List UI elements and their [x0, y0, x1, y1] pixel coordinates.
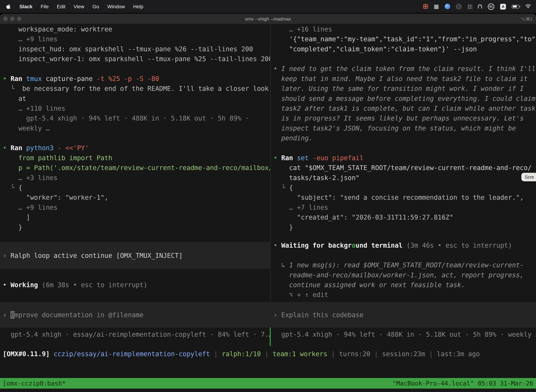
battery-percent-badge[interactable]: 61	[488, 3, 494, 10]
terminal-line: • Ran python3 - <<'PY'	[0, 143, 270, 153]
terminal-line: pending.	[271, 133, 536, 143]
wifi-icon[interactable]	[525, 4, 531, 9]
menu-help[interactable]: Help	[129, 4, 148, 9]
terminal-line: • Waiting for background terminal (3m 46…	[271, 240, 536, 250]
traffic-lights	[3, 14, 21, 24]
right-log: … +16 lines '{"team_name":"my-team","tas…	[271, 24, 536, 232]
terminal-line: … +9 lines	[0, 34, 270, 44]
window-shortcut-hint: ⌥⌘1	[521, 16, 532, 21]
terminal-line: }	[271, 222, 536, 232]
terminal-line: • Ran tmux capture-pane -t %25 -p -S -80	[0, 74, 270, 84]
terminal-line: inspect_worker-1: omx sparkshell --tmux-…	[0, 54, 270, 64]
terminal-line: [OMX#0.11.9] cczip/essay/ai-reimplementa…	[0, 349, 536, 359]
terminal-line: inspect task2's JSON, focusing on the st…	[271, 123, 536, 133]
menu-file[interactable]: File	[37, 4, 53, 9]
close-button[interactable]	[3, 17, 7, 21]
apple-menu-icon[interactable]	[0, 4, 15, 9]
left-log: workspace_mode: worktree … +9 lines insp…	[0, 24, 270, 232]
terminal-line: inspect_hud: omx sparkshell --tmux-pane …	[0, 44, 270, 54]
menu-view[interactable]: View	[69, 4, 88, 9]
tmux-pane-left[interactable]: workspace_mode: worktree … +9 lines insp…	[0, 24, 270, 346]
terminal-line: └ {	[0, 183, 270, 192]
terminal-line: cat "$OMX_TEAM_STATE_ROOT/team/review-cu…	[271, 163, 536, 173]
terminal-line: • Ran set -euo pipefail	[271, 153, 536, 163]
terminal-line: ⌥ + ↑ edit	[271, 290, 536, 300]
terminal-line: '{"team_name":"my-team","task_id":"1","f…	[271, 34, 536, 44]
terminal-line: … +9 lines	[0, 202, 270, 212]
menu-edit[interactable]: Edit	[53, 4, 69, 9]
terminal-line: "created_at": "2026-03-31T11:59:27.816Z"	[271, 212, 536, 222]
terminal-line: keep that in mind. Maybe I also need the…	[271, 74, 536, 84]
zoom-button[interactable]	[17, 17, 21, 21]
window-titlebar[interactable]: omx --xhigh --madmax ⌥⌘1	[0, 14, 536, 24]
terminal-line: at	[0, 93, 270, 103]
battery-icon[interactable]	[512, 5, 519, 8]
terminal-line: gpt-5.4 xhigh · essay/ai-reimplementatio…	[0, 330, 270, 339]
terminal-line: is in progress? It seems likely but perh…	[271, 113, 536, 123]
mailbox-message-note: ↳ 1 new msg(s): read $OMX_TEAM_STATE_ROO…	[271, 260, 536, 300]
input-source-icon[interactable]: A	[500, 4, 506, 9]
menu-go[interactable]: Go	[88, 4, 103, 9]
terminal-line: › Ralph loop active continue [OMX_TMUX_I…	[0, 250, 270, 260]
terminal-line: • Working (6m 38s • esc to interrupt)	[0, 280, 270, 290]
terminal-line: › Improve documentation in @filename	[0, 310, 270, 320]
terminal-line: p = Path('.omx/state/team/review-current…	[0, 163, 270, 173]
tmux-status-bar: [omx-cczip0:bash* "MacBook-Pro-44.local"…	[0, 378, 536, 388]
terminal-line: └ {	[271, 183, 536, 192]
terminal-window: omx --xhigh --madmax ⌥⌘1 workspace_mode:…	[0, 14, 536, 392]
screen-notification[interactable]: Scre	[522, 173, 536, 182]
blue-app-icon[interactable]	[445, 4, 450, 9]
terminal-line: from pathlib import Path	[0, 153, 270, 163]
terminal-line: readme-and-reco/mailbox/worker-1.json, a…	[271, 270, 536, 280]
desktop: Slack File Edit View Go Window Help 61 A	[0, 0, 536, 392]
terminal-line: should send a message before completing …	[271, 93, 536, 103]
menu-bar-status-icons: 61 A	[423, 0, 536, 13]
terminal-line: ↳ 1 new msg(s): read $OMX_TEAM_STATE_ROO…	[271, 260, 536, 270]
prompt-input-right[interactable]: › Explain this codebase	[271, 302, 536, 328]
terminal-line	[271, 143, 536, 153]
working-status: • Working (6m 38s • esc to interrupt)	[0, 280, 270, 290]
battery-level	[513, 5, 517, 8]
terminal-line: "completed","claim_token":"claim-token"}…	[271, 44, 536, 54]
minimize-button[interactable]	[10, 17, 14, 21]
menu-bar: Slack File Edit View Go Window Help 61 A	[0, 0, 536, 13]
terminal-line	[271, 54, 536, 64]
ghost-app-icon[interactable]	[478, 5, 482, 9]
grid-app-icon[interactable]	[434, 4, 439, 9]
omx-status-line: [OMX#0.11.9] cczip/essay/ai-reimplementa…	[0, 349, 536, 359]
terminal-line: › Explain this codebase	[271, 310, 536, 320]
terminal-line: }	[0, 222, 270, 232]
terminal-line: gpt-5.4 xhigh · 94% left · 488K in · 5.1…	[271, 330, 536, 339]
tmux-session-label: [omx-cczip0:bash*	[3, 380, 66, 387]
terminal-line: gpt-5.4 xhigh · 94% left · 488K in · 5.1…	[0, 113, 270, 123]
terminal-line: task2 after task1 is complete, but can I…	[271, 103, 536, 113]
dark-app-icon[interactable]	[456, 4, 461, 9]
tmux-pane-right[interactable]: … +16 lines '{"team_name":"my-team","tas…	[270, 24, 536, 346]
menu-app-name[interactable]: Slack	[15, 4, 36, 9]
menu-window[interactable]: Window	[103, 4, 129, 9]
terminal-line: • I need to get the claim token from the…	[271, 64, 536, 74]
terminal-line: … +3 lines	[0, 173, 270, 183]
terminal-content: workspace_mode: worktree … +9 lines insp…	[0, 24, 536, 392]
screen-recording-indicator-icon[interactable]	[423, 4, 428, 9]
terminal-line: ]	[0, 212, 270, 222]
terminal-line: … +7 lines	[271, 202, 536, 212]
terminal-line: "worker": "worker-1",	[0, 193, 270, 202]
left-model-statusline: gpt-5.4 xhigh · essay/ai-reimplementatio…	[0, 330, 270, 339]
right-model-statusline: gpt-5.4 xhigh · 94% left · 488K in · 5.1…	[271, 330, 536, 339]
terminal-line: workspace_mode: worktree	[0, 24, 270, 34]
dots-grid-icon[interactable]	[467, 4, 472, 9]
terminal-line	[0, 64, 270, 74]
terminal-line: … +110 lines	[0, 103, 270, 113]
tmux-panes: workspace_mode: worktree … +9 lines insp…	[0, 24, 536, 346]
terminal-line: later. Using the same for transition mig…	[271, 84, 536, 93]
terminal-line: weekly …	[0, 123, 270, 133]
ralph-inject-bar[interactable]: › Ralph loop active continue [OMX_TMUX_I…	[0, 242, 270, 269]
terminal-line: └ be necessary for the end of the README…	[0, 84, 270, 93]
menu-bar-left: Slack File Edit View Go Window Help	[0, 0, 147, 13]
prompt-input-left[interactable]: › Improve documentation in @filename	[0, 302, 270, 328]
terminal-line: … +16 lines	[271, 24, 536, 34]
pane-border-active-segment	[270, 327, 271, 346]
terminal-line: "subject": "send a concise recommendatio…	[271, 193, 536, 202]
tmux-host-clock: "MacBook-Pro-44.local" 05:03 31-Mar-26	[392, 380, 533, 387]
